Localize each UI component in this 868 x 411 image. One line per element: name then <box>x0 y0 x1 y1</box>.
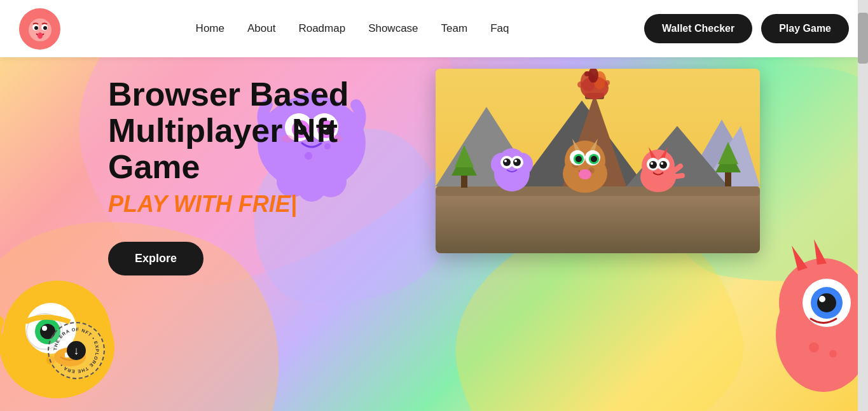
svg-point-7 <box>43 26 47 30</box>
svg-point-87 <box>514 160 517 162</box>
svg-point-85 <box>513 158 521 166</box>
svg-point-108 <box>659 161 667 169</box>
nav-home[interactable]: Home <box>196 22 224 35</box>
svg-point-69 <box>584 71 589 76</box>
hero-content: Browser Based Multiplayer Nft Game PLAY … <box>108 76 401 275</box>
game-preview-inner <box>436 69 760 253</box>
svg-point-109 <box>651 162 653 165</box>
svg-rect-73 <box>725 171 731 186</box>
svg-point-84 <box>503 158 511 166</box>
hero-section: Browser Based Multiplayer Nft Game PLAY … <box>0 0 868 411</box>
svg-point-8 <box>38 32 43 39</box>
svg-point-50 <box>809 342 819 352</box>
play-game-button[interactable]: Play Game <box>761 14 849 43</box>
nav-showcase[interactable]: Showcase <box>368 22 418 35</box>
nav-faq[interactable]: Faq <box>490 22 509 35</box>
nav-team[interactable]: Team <box>441 22 468 35</box>
svg-point-49 <box>819 296 825 302</box>
svg-line-112 <box>672 176 682 177</box>
nav-links: Home About Roadmap Showcase Team Faq <box>196 22 509 35</box>
svg-point-110 <box>661 162 663 165</box>
svg-point-107 <box>649 161 657 169</box>
hero-subtitle: PLAY WITH FRIE| <box>108 191 401 218</box>
svg-rect-70 <box>461 174 467 188</box>
monster-red <box>760 220 868 411</box>
scroll-badge[interactable]: THE ERA OF NFT • EXPLORE THE ERA • ↓ <box>48 322 105 379</box>
scrollbar[interactable] <box>858 0 868 411</box>
wallet-checker-button[interactable]: Wallet Checker <box>644 14 752 43</box>
svg-point-6 <box>34 26 38 30</box>
nav-actions: Wallet Checker Play Game <box>644 14 849 43</box>
svg-point-38 <box>42 326 47 331</box>
hero-title: Browser Based Multiplayer Nft Game <box>108 76 401 186</box>
scrollbar-thumb[interactable] <box>858 13 868 64</box>
nav-about[interactable]: About <box>247 22 275 35</box>
nav-roadmap[interactable]: Roadmap <box>298 22 345 35</box>
svg-rect-54 <box>436 190 760 253</box>
svg-point-51 <box>829 350 837 358</box>
svg-point-68 <box>605 80 610 85</box>
svg-point-100 <box>579 169 591 179</box>
game-preview <box>436 69 760 253</box>
logo[interactable] <box>19 8 60 50</box>
svg-point-98 <box>575 156 582 162</box>
svg-point-86 <box>504 160 507 162</box>
svg-marker-44 <box>792 246 808 271</box>
explore-button[interactable]: Explore <box>108 242 203 275</box>
svg-point-67 <box>577 81 584 88</box>
svg-point-48 <box>817 293 836 312</box>
svg-text:THE ERA OF NFT • EXPLORE THE E: THE ERA OF NFT • EXPLORE THE ERA • <box>53 327 99 373</box>
navbar: Home About Roadmap Showcase Team Faq Wal… <box>0 0 868 57</box>
svg-point-99 <box>591 156 597 162</box>
